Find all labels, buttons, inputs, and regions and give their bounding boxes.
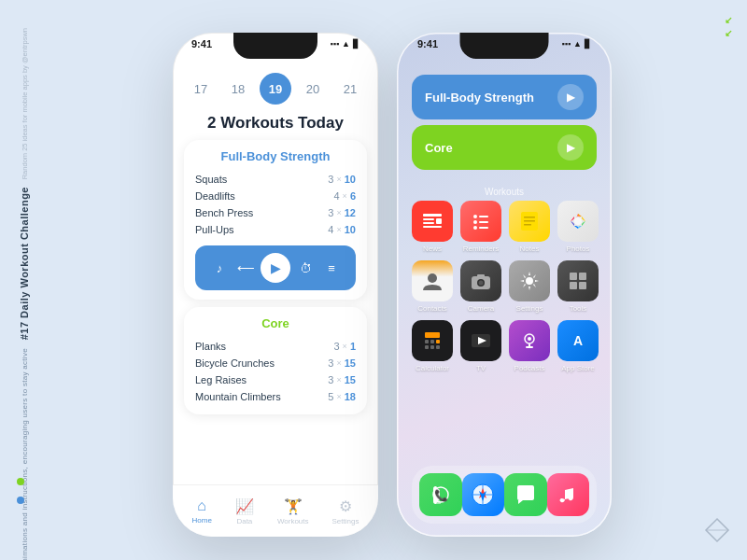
svg-rect-34 bbox=[425, 345, 429, 349]
svg-text:A: A bbox=[573, 333, 583, 348]
camera-icon bbox=[460, 260, 501, 301]
app-settings[interactable]: Settings bbox=[509, 260, 550, 313]
svg-point-19 bbox=[574, 217, 582, 225]
nav-workouts[interactable]: 🏋 Workouts bbox=[277, 497, 309, 525]
app-notes[interactable]: Notes bbox=[509, 201, 550, 253]
app-tv[interactable]: TV bbox=[460, 320, 501, 372]
svg-rect-29 bbox=[579, 282, 586, 289]
nav-data[interactable]: 📈 Data bbox=[235, 497, 254, 525]
clock-button[interactable]: ⏱ bbox=[294, 257, 317, 279]
signal-icon-right: ▪▪▪ bbox=[562, 39, 571, 49]
play-button[interactable]: ▶ bbox=[261, 253, 290, 283]
svg-rect-26 bbox=[570, 273, 577, 280]
podcasts-icon bbox=[509, 320, 550, 361]
workouts-icon: 🏋 bbox=[284, 497, 303, 515]
widget-full-body[interactable]: Full-Body Strength ▶ bbox=[412, 75, 597, 119]
nav-settings[interactable]: ⚙ Settings bbox=[332, 497, 359, 525]
left-phone-content: 17 18 19 20 21 2 Workouts Today Full-Bod… bbox=[173, 65, 378, 537]
time-right: 9:41 bbox=[417, 38, 438, 49]
notes-label: Notes bbox=[520, 245, 540, 253]
svg-point-13 bbox=[473, 226, 477, 230]
bottom-nav: ⌂ Home 📈 Data 🏋 Workouts ⚙ Settings bbox=[173, 484, 378, 537]
tv-icon bbox=[460, 320, 501, 361]
tools-label: Tools bbox=[570, 304, 587, 313]
app-tools[interactable]: Tools bbox=[557, 260, 599, 313]
exercise-sets-squats: 3 × 10 bbox=[328, 174, 356, 185]
dock-safari[interactable] bbox=[462, 473, 505, 516]
widget-core-play[interactable]: ▶ bbox=[557, 134, 584, 161]
status-icons-right: ▪▪▪ ▲ ▊ bbox=[562, 38, 592, 49]
exercise-name-bicycle: Bicycle Crunches bbox=[195, 357, 275, 369]
widget-fullbody-play[interactable]: ▶ bbox=[557, 84, 584, 110]
svg-rect-32 bbox=[430, 340, 434, 343]
exercise-sets-bicycle: 3 × 15 bbox=[328, 357, 356, 369]
app-camera[interactable]: Camera bbox=[460, 260, 501, 313]
sidebar-title: #17 Daily Workout Challenge bbox=[19, 187, 30, 340]
battery-icon-left: ▊ bbox=[353, 39, 359, 49]
reminders-icon bbox=[460, 201, 501, 242]
date-21[interactable]: 21 bbox=[334, 73, 366, 105]
svg-text:📞: 📞 bbox=[433, 488, 447, 502]
settings-icon bbox=[509, 260, 550, 301]
svg-rect-30 bbox=[425, 332, 440, 338]
app-news[interactable]: News bbox=[412, 201, 453, 253]
tv-label: TV bbox=[476, 364, 486, 372]
appstore-icon: A bbox=[557, 320, 599, 361]
workout-count: 2 Workouts Today bbox=[173, 114, 378, 133]
app-podcasts[interactable]: Podcasts bbox=[509, 320, 550, 372]
camera-label: Camera bbox=[468, 304, 494, 313]
svg-rect-7 bbox=[436, 218, 442, 224]
date-19-active[interactable]: 19 bbox=[260, 73, 291, 105]
widget-core[interactable]: Core ▶ bbox=[412, 125, 597, 170]
exercise-sets-deadlifts: 4 × 6 bbox=[333, 190, 356, 202]
news-icon bbox=[412, 201, 453, 242]
exercise-sets-legraises: 3 × 15 bbox=[328, 374, 356, 385]
svg-point-20 bbox=[428, 273, 437, 283]
podcasts-label: Podcasts bbox=[514, 364, 545, 372]
exercise-name-pullups: Pull-Ups bbox=[195, 224, 234, 235]
wifi-icon-right: ▲ bbox=[573, 39, 582, 49]
date-strip[interactable]: 17 18 19 20 21 bbox=[173, 65, 378, 110]
dock: 📞 bbox=[412, 466, 597, 524]
app-contacts[interactable]: Contacts bbox=[412, 260, 453, 313]
widget-core-label: Core bbox=[425, 141, 453, 155]
nav-settings-icon: ⚙ bbox=[339, 497, 352, 515]
exercise-sets-pullups: 4 × 10 bbox=[328, 224, 356, 235]
app-reminders[interactable]: Reminders bbox=[460, 201, 501, 253]
date-17[interactable]: 17 bbox=[185, 73, 217, 105]
appstore-label: App Store bbox=[561, 364, 595, 372]
photos-icon bbox=[557, 201, 599, 242]
contacts-label: Contacts bbox=[417, 304, 447, 313]
app-photos[interactable]: Photos bbox=[557, 201, 599, 253]
settings-button[interactable]: ≡ bbox=[320, 257, 343, 279]
wifi-icon-left: ▲ bbox=[342, 39, 350, 49]
right-phone-content: Full-Body Strength ▶ Core ▶ Workouts New… bbox=[397, 65, 612, 537]
app-calculator[interactable]: Calculator bbox=[412, 320, 453, 372]
tools-icon bbox=[557, 260, 599, 301]
svg-rect-4 bbox=[423, 214, 442, 217]
phones-area: 9:41 ▪▪▪ ▲ ▊ 17 18 19 20 21 2 Workouts T… bbox=[47, 19, 738, 551]
nav-home[interactable]: ⌂ Home bbox=[192, 497, 212, 525]
exercise-row-planks: Planks 3 × 1 bbox=[195, 338, 356, 355]
playback-controls[interactable]: ♪ ⟵ ▶ ⏱ ≡ bbox=[195, 245, 356, 290]
exercise-row-deadlifts: Deadlifts 4 × 6 bbox=[195, 188, 356, 204]
sidebar-subtitle: Provide daily workout challenges with an… bbox=[21, 348, 29, 560]
home-label: Home bbox=[192, 516, 212, 525]
svg-rect-33 bbox=[436, 340, 440, 343]
dot-blue bbox=[17, 497, 24, 504]
dock-phone[interactable]: 📞 bbox=[419, 473, 462, 516]
app-grid-row3: Calculator TV Podcasts A bbox=[397, 320, 612, 372]
svg-point-25 bbox=[526, 277, 533, 285]
dock-music[interactable] bbox=[547, 473, 590, 516]
shuffle-button[interactable]: ♪ bbox=[208, 257, 231, 279]
exercise-name-squats: Squats bbox=[195, 174, 227, 185]
prev-button[interactable]: ⟵ bbox=[234, 257, 257, 279]
app-appstore[interactable]: A App Store bbox=[557, 320, 599, 372]
svg-rect-35 bbox=[430, 345, 434, 349]
date-20[interactable]: 20 bbox=[297, 73, 329, 105]
photos-label: Photos bbox=[567, 245, 590, 253]
exercise-name-planks: Planks bbox=[195, 341, 226, 352]
date-18[interactable]: 18 bbox=[222, 73, 254, 105]
dock-messages[interactable] bbox=[504, 473, 547, 516]
widget-area: Full-Body Strength ▶ Core ▶ bbox=[397, 65, 612, 183]
